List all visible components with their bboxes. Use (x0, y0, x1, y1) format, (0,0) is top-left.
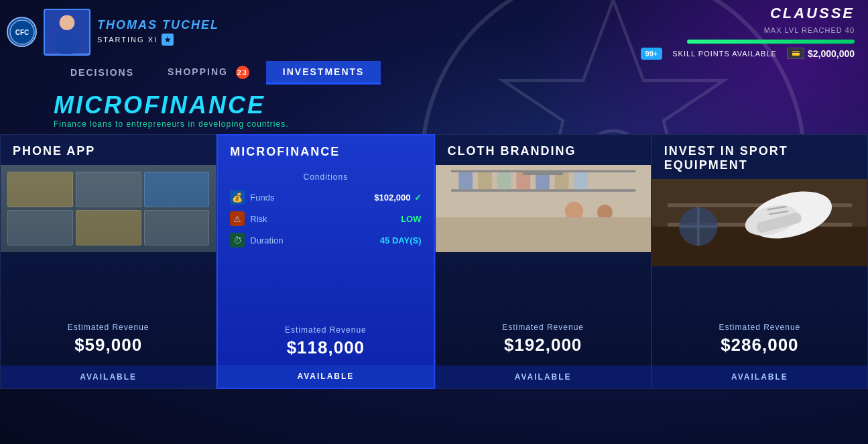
svg-rect-12 (458, 172, 473, 189)
conditions-panel: Conditions 💰 Funds $102,000 ✓ ⚠ (218, 166, 433, 319)
skill-label: SKILL POINTS AVAILABLE (672, 50, 777, 58)
card-invest-sport-footer[interactable]: AVAILABLE (652, 366, 867, 388)
money-icon: 💳 (787, 48, 804, 59)
manager-name: THOMAS TUCHEL (97, 18, 219, 32)
svg-rect-14 (497, 172, 511, 189)
sketch-block-3 (144, 172, 210, 207)
svg-point-7 (54, 32, 80, 54)
risk-icon: ⚠ (230, 211, 245, 226)
svg-point-19 (564, 202, 583, 221)
cards-container: PHONE APP Estimated Revenue $59,000 AVAI… (0, 134, 868, 389)
section-subtitle: Finance loans to entrepreneurs in develo… (54, 119, 814, 129)
card-cloth-branding-image (436, 165, 651, 252)
sketch-block-2 (76, 172, 141, 207)
microfinance-revenue-label: Estimated Revenue (230, 325, 421, 335)
card-phone-app[interactable]: PHONE APP Estimated Revenue $59,000 AVAI… (0, 134, 216, 389)
skill-value: 99+ (645, 50, 658, 58)
sport-equipment-visual (652, 179, 867, 266)
card-cloth-branding[interactable]: CLOTH BRANDING (435, 134, 652, 389)
card-cloth-branding-revenue-area: Estimated Revenue $192,000 (436, 252, 651, 366)
condition-duration: ⏱ Duration 45 DAY(S) (230, 233, 421, 247)
svg-rect-22 (597, 220, 612, 247)
svg-rect-11 (450, 189, 635, 191)
svg-rect-20 (564, 220, 583, 247)
svg-rect-9 (436, 220, 651, 252)
duration-label: Duration (250, 235, 283, 245)
card-invest-sport-revenue-area: Estimated Revenue $286,000 (652, 266, 867, 366)
condition-duration-value: 45 DAY(S) (380, 235, 422, 245)
card-microfinance-footer[interactable]: AVAILABLE (218, 365, 433, 388)
nav-tabs: DECISIONS SHOPPING 23 INVESTMENTS (0, 60, 868, 85)
section-title: MICROFINANCE (54, 91, 814, 119)
sketch-block-1 (7, 172, 73, 207)
player-name: CLAUSSE (770, 5, 855, 22)
manager-avatar (44, 9, 90, 56)
card-cloth-branding-revenue-label: Estimated Revenue (502, 323, 584, 332)
clothing-store-visual (436, 165, 651, 252)
star-badge: ★ (162, 34, 174, 46)
header-right: CLAUSSE MAX LVL REACHED 40 99+ SKILL POI… (641, 5, 855, 60)
header-left: CFC THOMAS TUCHEL STARTING XI ★ (7, 9, 219, 56)
card-invest-sport-revenue-amount: $286,000 (721, 335, 798, 355)
card-phone-app-revenue-label: Estimated Revenue (68, 323, 149, 332)
card-cloth-branding-footer[interactable]: AVAILABLE (436, 366, 651, 388)
card-phone-app-footer[interactable]: AVAILABLE (1, 366, 216, 388)
conditions-title: Conditions (230, 172, 421, 182)
tab-investments[interactable]: INVESTMENTS (266, 61, 381, 85)
sketch-block-5 (76, 210, 141, 245)
duration-icon: ⏱ (230, 233, 245, 247)
money-value: $2,000,000 (808, 48, 855, 59)
svg-rect-18 (574, 172, 588, 189)
card-microfinance-title: MICROFINANCE (218, 135, 433, 166)
card-invest-sport-title: INVEST IN SPORT EQUIPMENT (652, 135, 867, 179)
money-display: 💳 $2,000,000 (787, 48, 855, 59)
funds-check: ✓ (414, 192, 422, 203)
manager-role: STARTING XI ★ (97, 34, 219, 46)
condition-funds: 💰 Funds $102,000 ✓ (230, 190, 421, 205)
stats-row: 99+ SKILL POINTS AVAILABLE 💳 $2,000,000 (641, 48, 855, 60)
condition-risk-value: LOW (401, 214, 421, 224)
condition-risk-left: ⚠ Risk (230, 211, 267, 226)
card-cloth-branding-title: CLOTH BRANDING (436, 135, 651, 165)
header: CFC THOMAS TUCHEL STARTING XI ★ CLAUSSE (0, 0, 868, 60)
svg-text:CFC: CFC (15, 29, 29, 36)
skill-badge: 99+ (641, 48, 663, 60)
level-bar-container (687, 40, 855, 44)
funds-label: Funds (250, 192, 274, 203)
svg-point-6 (60, 15, 75, 30)
card-phone-app-title: PHONE APP (1, 135, 216, 165)
condition-funds-value: $102,000 ✓ (374, 192, 421, 203)
section-header: MICROFINANCE Finance loans to entreprene… (0, 91, 868, 129)
card-invest-sport-revenue-label: Estimated Revenue (719, 323, 801, 332)
tab-decisions[interactable]: DECISIONS (54, 62, 151, 83)
condition-funds-left: 💰 Funds (230, 190, 274, 205)
tab-shopping[interactable]: SHOPPING 23 (151, 60, 266, 85)
condition-duration-left: ⏱ Duration (230, 233, 283, 247)
card-phone-app-image (1, 165, 216, 252)
role-text: STARTING XI (97, 36, 158, 44)
card-microfinance[interactable]: MICROFINANCE Conditions 💰 Funds $102,000… (216, 134, 434, 389)
funds-icon: 💰 (230, 190, 245, 205)
card-phone-app-revenue-amount: $59,000 (74, 335, 142, 355)
card-invest-sport[interactable]: INVEST IN SPORT EQUIPMENT (652, 134, 868, 389)
card-invest-sport-image (652, 179, 867, 266)
sketch-block-4 (7, 210, 73, 245)
card-cloth-branding-revenue-amount: $192,000 (504, 335, 582, 355)
microfinance-revenue-amount: $118,000 (230, 337, 421, 358)
sketch-block-6 (144, 210, 210, 245)
risk-label: Risk (250, 214, 267, 224)
shopping-badge: 23 (236, 66, 249, 79)
condition-risk: ⚠ Risk LOW (230, 211, 421, 226)
svg-point-21 (597, 205, 612, 220)
clothing-hanger (523, 172, 563, 175)
card-phone-app-revenue-area: Estimated Revenue $59,000 (1, 252, 216, 366)
microfinance-revenue-section: Estimated Revenue $118,000 (218, 319, 433, 365)
svg-rect-13 (478, 172, 492, 189)
level-bar (687, 40, 855, 44)
manager-info: THOMAS TUCHEL STARTING XI ★ (97, 18, 219, 46)
level-info: MAX LVL REACHED 40 (764, 26, 855, 34)
club-logo: CFC (7, 17, 37, 47)
